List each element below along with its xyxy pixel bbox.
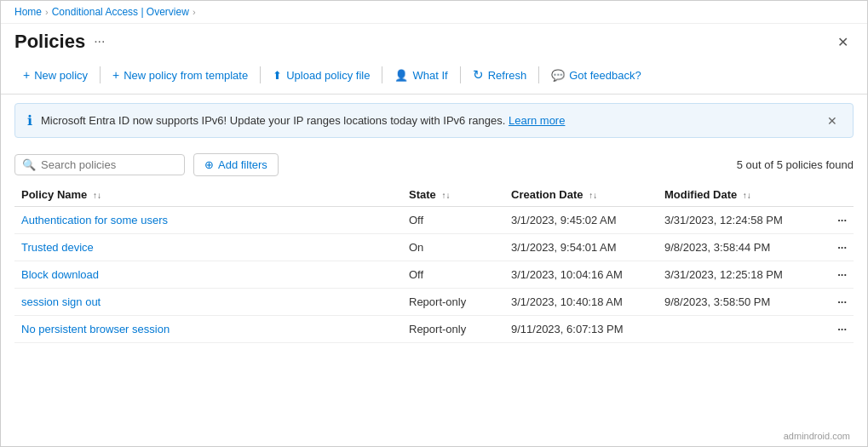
policy-modified-4 (658, 316, 819, 343)
add-filters-button[interactable]: ⊕ Add filters (193, 153, 279, 176)
col-header-name[interactable]: Policy Name ↑↓ (14, 183, 402, 207)
table-header-row: Policy Name ↑↓ State ↑↓ Creation Date ↑↓… (14, 183, 854, 207)
search-icon: 🔍 (22, 158, 36, 171)
toolbar-separator-3 (382, 66, 382, 83)
table-row: Authentication for some usersOff3/1/2023… (14, 207, 854, 234)
breadcrumb: Home › Conditional Access | Overview › (1, 1, 867, 24)
upload-policy-button[interactable]: ⬆ Upload policy file (264, 65, 378, 86)
policy-state-4: Report-only (402, 316, 504, 343)
policy-menu-1[interactable]: ··· (819, 234, 854, 261)
col-header-state[interactable]: State ↑↓ (402, 183, 504, 207)
policy-creation-0: 3/1/2023, 9:45:02 AM (504, 207, 658, 234)
watermark: admindroid.com (784, 431, 850, 441)
info-banner-close-button[interactable]: ✕ (824, 114, 841, 128)
info-banner-message: Microsoft Entra ID now supports IPv6! Up… (41, 114, 505, 127)
table-row: Trusted deviceOn3/1/2023, 9:54:01 AM9/8/… (14, 234, 854, 261)
policy-menu-4[interactable]: ··· (819, 316, 854, 343)
info-banner-text: Microsoft Entra ID now supports IPv6! Up… (41, 114, 815, 127)
page-container: Home › Conditional Access | Overview › P… (1, 1, 867, 447)
add-filters-label: Add filters (218, 158, 267, 171)
policy-modified-0: 3/31/2023, 12:24:58 PM (658, 207, 819, 234)
table-row: No persistent browser sessionReport-only… (14, 316, 854, 343)
page-header: Policies ··· ✕ (1, 24, 867, 56)
policy-name-1: Trusted device (14, 234, 402, 261)
policy-menu-3[interactable]: ··· (819, 289, 854, 316)
policy-menu-2[interactable]: ··· (819, 261, 854, 289)
upload-icon: ⬆ (273, 69, 282, 82)
info-banner-link[interactable]: Learn more (509, 114, 565, 127)
policy-creation-3: 3/1/2023, 10:40:18 AM (504, 289, 658, 316)
breadcrumb-sep-2: › (193, 7, 196, 17)
policy-name-3: session sign out (14, 289, 402, 316)
col-header-modified[interactable]: Modified Date ↑↓ (658, 183, 819, 207)
policy-state-0: Off (402, 207, 504, 234)
breadcrumb-home[interactable]: Home (14, 6, 42, 18)
filter-row: 🔍 ⊕ Add filters 5 out of 5 policies foun… (1, 146, 867, 183)
feedback-button[interactable]: 💬 Got feedback? (543, 65, 650, 86)
policy-state-1: On (402, 234, 504, 261)
search-input[interactable] (41, 158, 177, 171)
policy-name-link-2[interactable]: Block download (21, 268, 99, 281)
refresh-button[interactable]: ↻ Refresh (464, 63, 536, 87)
sort-arrow-state: ↑↓ (441, 191, 450, 200)
toolbar-separator-5 (538, 66, 539, 83)
new-policy-button[interactable]: + New policy (14, 64, 96, 86)
upload-policy-label: Upload policy file (286, 69, 370, 82)
plus-template-icon: + (112, 68, 119, 82)
toolbar: + New policy + New policy from template … (1, 56, 867, 95)
policies-table-wrapper: Policy Name ↑↓ State ↑↓ Creation Date ↑↓… (1, 183, 867, 343)
policy-creation-4: 9/11/2023, 6:07:13 PM (504, 316, 658, 343)
page-options-button[interactable]: ··· (94, 34, 105, 49)
table-row: session sign outReport-only3/1/2023, 10:… (14, 289, 854, 316)
close-button[interactable]: ✕ (832, 32, 854, 52)
policy-name-link-3[interactable]: session sign out (21, 295, 101, 308)
sort-arrow-creation: ↑↓ (589, 191, 597, 200)
policies-table: Policy Name ↑↓ State ↑↓ Creation Date ↑↓… (14, 183, 854, 343)
refresh-icon: ↻ (473, 67, 484, 83)
policy-name-0: Authentication for some users (14, 207, 402, 234)
info-banner: ℹ Microsoft Entra ID now supports IPv6! … (14, 103, 854, 138)
policy-state-3: Report-only (402, 289, 504, 316)
page-title: Policies (14, 31, 85, 53)
what-if-button[interactable]: 👤 What If (386, 65, 456, 86)
col-header-creation[interactable]: Creation Date ↑↓ (504, 183, 658, 207)
policy-modified-2: 3/31/2023, 12:25:18 PM (658, 261, 819, 289)
table-row: Block downloadOff3/1/2023, 10:04:16 AM3/… (14, 261, 854, 289)
new-policy-label: New policy (34, 69, 88, 82)
new-from-template-button[interactable]: + New policy from template (104, 64, 256, 86)
new-from-template-label: New policy from template (124, 69, 248, 82)
search-box[interactable]: 🔍 (14, 154, 185, 175)
sort-arrow-modified: ↑↓ (743, 191, 751, 200)
policy-menu-0[interactable]: ··· (819, 207, 854, 234)
policy-modified-1: 9/8/2023, 3:58:44 PM (658, 234, 819, 261)
feedback-icon: 💬 (551, 69, 565, 82)
what-if-label: What If (412, 69, 447, 82)
policy-name-2: Block download (14, 261, 402, 289)
breadcrumb-sep-1: › (45, 7, 49, 17)
policy-name-link-0[interactable]: Authentication for some users (21, 214, 168, 226)
policy-creation-1: 3/1/2023, 9:54:01 AM (504, 234, 658, 261)
toolbar-separator-1 (100, 66, 101, 83)
filter-icon: ⊕ (204, 158, 214, 171)
col-header-actions (819, 183, 854, 207)
toolbar-separator-2 (260, 66, 261, 83)
results-count: 5 out of 5 policies found (737, 158, 854, 171)
refresh-label: Refresh (488, 69, 527, 82)
policy-name-4: No persistent browser session (14, 316, 402, 343)
plus-icon: + (23, 68, 30, 82)
feedback-label: Got feedback? (569, 69, 641, 82)
policy-name-link-1[interactable]: Trusted device (21, 241, 94, 254)
breadcrumb-conditional-access[interactable]: Conditional Access | Overview (52, 6, 189, 18)
policy-state-2: Off (402, 261, 504, 289)
info-icon: ℹ (27, 112, 32, 129)
sort-arrow-name: ↑↓ (93, 191, 101, 200)
policy-name-link-4[interactable]: No persistent browser session (21, 323, 170, 335)
toolbar-separator-4 (460, 66, 461, 83)
policy-modified-3: 9/8/2023, 3:58:50 PM (658, 289, 819, 316)
what-if-icon: 👤 (394, 69, 408, 82)
policy-creation-2: 3/1/2023, 10:04:16 AM (504, 261, 658, 289)
